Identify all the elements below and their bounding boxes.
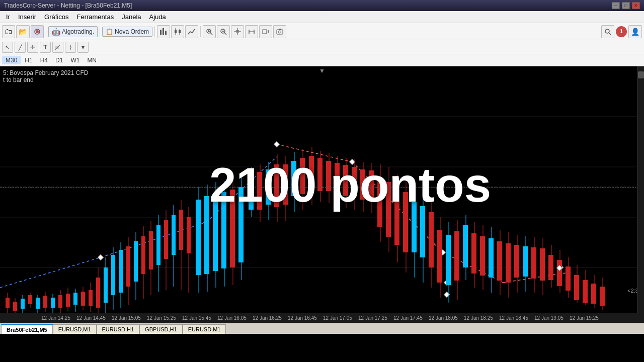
svg-rect-81: [104, 267, 108, 303]
chart-line-button[interactable]: [185, 25, 198, 38]
time-tick-14: 12 Jan 18:45: [499, 315, 534, 321]
svg-rect-77: [89, 290, 93, 306]
timeframe-bar: M30 H1 H4 D1 W1 MN: [0, 54, 644, 66]
svg-rect-151: [394, 190, 399, 245]
chart-bar-button[interactable]: [157, 25, 170, 38]
svg-rect-4: [165, 31, 167, 35]
tf-mn[interactable]: MN: [84, 56, 100, 64]
menu-inserir[interactable]: Inserir: [14, 12, 40, 22]
nova-ordem-icon: 📋: [106, 28, 113, 35]
zoom-in-button[interactable]: [203, 25, 216, 38]
time-tick-3: 12 Jan 15:05: [112, 315, 147, 321]
svg-rect-45: [98, 254, 103, 260]
svg-rect-173: [489, 238, 494, 278]
maximize-button[interactable]: □: [622, 2, 630, 9]
svg-rect-121: [266, 169, 271, 205]
svg-rect-50: [444, 280, 449, 285]
tf-h1[interactable]: H1: [21, 56, 36, 64]
cursor-tool[interactable]: ↖: [2, 42, 13, 53]
tab-eurusd-m1-1[interactable]: EURUSD,M1: [53, 324, 97, 334]
tf-m30[interactable]: M30: [2, 56, 21, 64]
svg-rect-169: [471, 233, 476, 274]
svg-rect-6: [175, 30, 177, 33]
svg-rect-177: [506, 243, 511, 283]
time-tick-16: 12 Jan 19:25: [570, 315, 605, 321]
line-tool[interactable]: ╱: [15, 42, 26, 53]
svg-rect-79: [96, 278, 100, 308]
fib-tool[interactable]: [52, 42, 63, 53]
svg-rect-201: [556, 265, 562, 270]
close-button[interactable]: ✕: [632, 2, 640, 9]
tab-bra50feb21m5[interactable]: Bra50Feb21,M5: [1, 324, 53, 334]
svg-rect-107: [204, 196, 209, 274]
nova-ordem-label: Nova Ordem: [115, 28, 149, 35]
svg-rect-89: [134, 241, 138, 282]
chart-container[interactable]: ▼ 5: Bovespa February 2021 CFD t to bar …: [0, 66, 644, 313]
menu-janela[interactable]: Janela: [118, 12, 145, 22]
svg-rect-115: [238, 187, 244, 262]
titlebar-title: TradesCorp-Server - Netting - [Bra50Feb2…: [4, 2, 132, 9]
drawing-toolbar: ↖ ╱ ✛ T ⟩ ▾: [0, 40, 644, 54]
shapes-tool[interactable]: ⟩: [65, 42, 76, 53]
chart-overlay-text: 2100 pontos: [209, 157, 491, 213]
svg-rect-193: [574, 275, 579, 300]
svg-rect-117: [249, 174, 254, 210]
sep2: [100, 26, 100, 37]
notification-badge[interactable]: 1: [616, 26, 627, 37]
svg-rect-125: [283, 164, 288, 205]
scroll-thumb: [638, 71, 644, 78]
menu-ferramentas[interactable]: Ferramentas: [72, 12, 118, 22]
chart-candle-button[interactable]: [171, 25, 184, 38]
tab-eurusd-m1-2[interactable]: EURUSD,M1: [183, 324, 226, 334]
titlebar: TradesCorp-Server - Netting - [Bra50Feb2…: [0, 0, 644, 11]
right-price-button[interactable]: [259, 25, 272, 38]
svg-rect-139: [343, 165, 348, 196]
record-button[interactable]: [31, 25, 44, 38]
svg-rect-71: [66, 294, 70, 307]
chart-symbol: 5: Bovespa February 2021 CFD: [3, 69, 88, 76]
svg-rect-91: [141, 236, 145, 274]
svg-rect-27: [279, 29, 281, 30]
svg-rect-73: [73, 293, 77, 305]
svg-rect-57: [13, 302, 17, 311]
svg-rect-48: [349, 159, 355, 164]
time-tick-8: 12 Jan 16:45: [288, 315, 323, 321]
svg-line-14: [224, 33, 226, 35]
time-tick-5: 12 Jan 15:45: [182, 315, 217, 321]
tab-gbpusd-h1[interactable]: GBPUSD,H1: [139, 324, 183, 334]
tf-w1[interactable]: W1: [67, 56, 83, 64]
price-line: [0, 187, 644, 188]
tf-d1[interactable]: D1: [52, 56, 66, 64]
crosshair-button[interactable]: [231, 25, 244, 38]
user-button[interactable]: 👤: [628, 25, 642, 38]
nova-ordem-button[interactable]: 📋 Nova Ordem: [102, 27, 152, 37]
tab-eurusd-h1[interactable]: EURUSD,H1: [97, 324, 140, 334]
svg-rect-147: [377, 177, 382, 227]
svg-rect-127: [291, 161, 296, 196]
more-tools[interactable]: ▾: [77, 42, 89, 53]
screenshot-button[interactable]: [273, 25, 286, 38]
text-tool[interactable]: T: [40, 42, 51, 53]
svg-line-29: [609, 33, 611, 35]
search-button[interactable]: [601, 25, 614, 38]
svg-rect-199: [600, 287, 605, 306]
menu-ajuda[interactable]: Ajuda: [145, 12, 170, 22]
time-tick-15: 12 Jan 19:05: [534, 315, 570, 321]
algotrading-button[interactable]: 🤖 Algotrading.: [48, 26, 98, 37]
new-chart-button[interactable]: 🗂: [2, 25, 15, 38]
minimize-button[interactable]: ─: [612, 2, 620, 9]
svg-rect-65: [43, 296, 47, 308]
scroll-arrow-top: ▼: [319, 67, 325, 74]
zoom-out-button[interactable]: [217, 25, 230, 38]
open-button[interactable]: 📂: [16, 25, 30, 38]
time-tick-11: 12 Jan 17:45: [393, 315, 429, 321]
menu-ir[interactable]: Ir: [2, 12, 14, 22]
menu-graficos[interactable]: Gráficos: [40, 12, 72, 22]
algotrading-icon: 🤖: [52, 28, 60, 36]
svg-rect-175: [497, 241, 502, 281]
svg-rect-59: [21, 299, 25, 309]
tf-h4[interactable]: H4: [37, 56, 51, 64]
crosshair-tool[interactable]: ✛: [27, 42, 38, 53]
svg-rect-49: [440, 249, 445, 255]
left-price-button[interactable]: [245, 25, 258, 38]
